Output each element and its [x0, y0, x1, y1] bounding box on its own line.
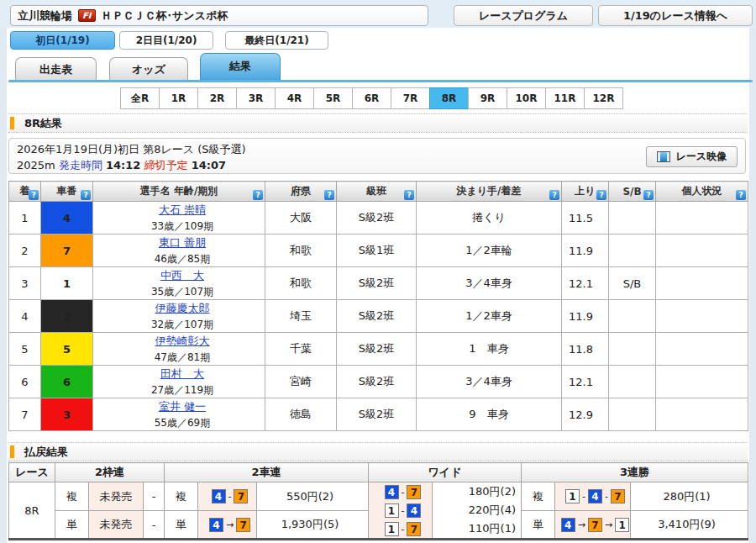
bike-chip: 7: [407, 485, 421, 499]
bike-number: 2: [41, 300, 93, 333]
status: [656, 267, 748, 300]
day-tab-day2[interactable]: 2日目(1/20): [119, 31, 213, 50]
help-icon[interactable]: [29, 190, 39, 200]
sb: [609, 300, 656, 333]
payout-header-row: レース 2枠連 2車連 ワイド 3連勝: [9, 463, 748, 482]
race-program-button[interactable]: レースプログラム: [454, 5, 593, 26]
help-icon[interactable]: [596, 190, 606, 200]
age-term: 35歳／107期: [100, 285, 265, 299]
venue-header: 立川競輪場 FI ＨＰＣＪＣ杯･サンスポ杯: [10, 5, 428, 26]
help-icon[interactable]: [404, 190, 414, 200]
day-tab-day1[interactable]: 初日(1/19): [10, 31, 115, 50]
sb: [609, 398, 656, 431]
rider-cell: 中西 大35歳／107期: [93, 267, 265, 300]
wide-amount: 110円(1): [433, 519, 521, 538]
race-tab-9r[interactable]: 9R: [468, 87, 507, 109]
bike-number: 1: [41, 267, 93, 300]
last-lap: 11.9: [562, 235, 609, 267]
sharen-tan-amount: 1,930円(5): [257, 511, 369, 540]
race-tab-all[interactable]: 全R: [120, 87, 160, 109]
rider-link[interactable]: 室井 健一: [159, 400, 206, 413]
rider-link[interactable]: 田村 大: [160, 367, 204, 380]
race-video-button[interactable]: レース映像: [646, 146, 738, 167]
winning-move: 1／2車輪: [417, 235, 562, 267]
class: S級1班: [337, 235, 417, 267]
section-accent-bar: [10, 445, 14, 458]
tab-results[interactable]: 結果: [200, 53, 281, 80]
age-term: 27歳／119期: [100, 383, 265, 398]
sharen-fuku-combo: 4-7: [198, 482, 257, 511]
keirin-results-page: 立川競輪場 FI ＨＰＣＪＣ杯･サンスポ杯 レースプログラム 1/19のレース情…: [0, 0, 756, 543]
bike-chip: 7: [407, 522, 421, 536]
rider-link[interactable]: 中西 大: [160, 269, 204, 282]
race-video-label: レース映像: [675, 150, 727, 164]
race-tab-12r[interactable]: 12R: [584, 87, 623, 109]
sanrensho-tan-amount: 3,410円(9): [631, 511, 748, 540]
race-tab-6r[interactable]: 6R: [352, 87, 391, 109]
payout-section-title: 払戻結果: [24, 445, 68, 460]
payout-table: レース 2枠連 2車連 ワイド 3連勝 8R 複 未発売 - 複 4-7 550…: [8, 462, 748, 540]
race-tab-10r[interactable]: 10R: [507, 87, 546, 109]
tab-odds[interactable]: オッズ: [109, 57, 188, 80]
rider-link[interactable]: 東口 善朋: [159, 236, 206, 249]
wide-combo: 1-7: [374, 519, 432, 538]
status: [656, 333, 748, 366]
race-tab-1r[interactable]: 1R: [159, 87, 198, 109]
race-tab-4r[interactable]: 4R: [275, 87, 314, 109]
help-icon[interactable]: [324, 190, 334, 200]
table-row: 1 4 大石 崇晴33歳／109期 大阪 S級2班 捲くり 11.5: [9, 202, 748, 235]
bike-chip: 1: [385, 503, 399, 518]
col-rider: 選手名 年齢/期別: [93, 182, 265, 202]
bike-chip: 4: [209, 518, 223, 532]
col-wide: ワイド: [369, 463, 522, 482]
start-time-label: 発走時間: [59, 159, 102, 171]
fuku-label: 複: [55, 482, 89, 511]
rider-cell: 大石 崇晴33歳／109期: [93, 202, 265, 235]
payout-fuku-row: 8R 複 未発売 - 複 4-7 550円(2) 4-7 1-4 1-7 180…: [9, 482, 748, 511]
tab-start-list[interactable]: 出走表: [15, 57, 97, 80]
col-last-lap: 上り: [562, 182, 609, 202]
race-tab-2r[interactable]: 2R: [197, 87, 237, 109]
race-tab-5r[interactable]: 5R: [313, 87, 353, 109]
age-term: 33歳／109期: [100, 219, 265, 234]
rider-link[interactable]: 伊藤慶太郎: [155, 302, 210, 314]
day-tab-final[interactable]: 最終日(1/21): [225, 31, 328, 50]
race-tab-8r[interactable]: 8R: [429, 87, 469, 109]
sanrensho-tan-combo: 4→7→1: [555, 511, 631, 540]
close-time-label: 締切予定: [144, 159, 188, 171]
race-tab-11r[interactable]: 11R: [545, 87, 585, 109]
bike-number: 7: [41, 235, 93, 267]
help-icon[interactable]: [253, 190, 263, 200]
last-lap: 12.1: [562, 366, 609, 398]
rider-cell: 伊藤慶太郎32歳／107期: [93, 300, 265, 333]
bike-chip: 1: [385, 522, 399, 536]
status: [656, 202, 748, 235]
last-lap: 11.8: [562, 333, 609, 366]
age-term: 32歳／107期: [100, 318, 265, 332]
race-tab-7r[interactable]: 7R: [391, 87, 430, 109]
race-info-box: 2026年1月19日(月)初日 第8レース (S級予選) 2025m 発走時間 …: [8, 138, 746, 174]
help-icon[interactable]: [736, 190, 746, 200]
col-prefecture: 府県: [265, 182, 337, 202]
close-time-value: 14:07: [192, 159, 226, 171]
wide-amount: 180円(2): [433, 482, 521, 501]
rider-cell: 田村 大27歳／119期: [93, 366, 265, 398]
rider-link[interactable]: 伊勢崎彰大: [155, 335, 210, 347]
sb: [609, 333, 656, 366]
winning-move: 3／4車身: [417, 366, 562, 398]
help-icon[interactable]: [81, 190, 91, 200]
winning-move: 1／2車身: [417, 300, 562, 333]
help-icon[interactable]: [643, 190, 654, 200]
help-icon[interactable]: [549, 190, 559, 200]
arrow-separator: →: [605, 519, 612, 530]
last-lap: 12.1: [562, 267, 609, 300]
result-section-title: 8R結果: [24, 116, 62, 131]
arrow-separator: →: [226, 519, 234, 530]
winning-move: 3／4車身: [417, 267, 562, 300]
rider-link[interactable]: 大石 崇晴: [159, 203, 206, 216]
tan-label: 単: [522, 511, 555, 540]
sb: [609, 235, 656, 267]
race-info-link-button[interactable]: 1/19のレース情報へ: [598, 5, 753, 26]
race-tab-3r[interactable]: 3R: [236, 87, 276, 109]
col-sb: S/B: [609, 182, 656, 202]
